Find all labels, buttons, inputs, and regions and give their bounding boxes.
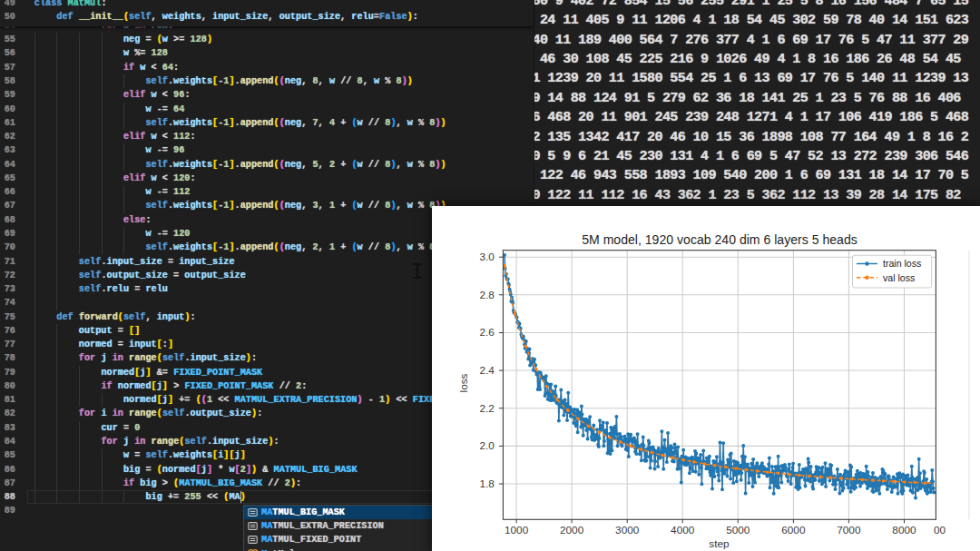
- svg-text:7000: 7000: [837, 524, 861, 536]
- svg-text:2.2: 2.2: [479, 402, 494, 414]
- svg-text:4000: 4000: [671, 524, 695, 536]
- svg-text:2.0: 2.0: [479, 439, 495, 451]
- svg-text:2000: 2000: [560, 524, 584, 536]
- svg-text:3.0: 3.0: [479, 251, 495, 262]
- svg-text:5M model, 1920 vocab 240 dim 6: 5M model, 1920 vocab 240 dim 6 layers 5 …: [582, 232, 858, 247]
- svg-text:5000: 5000: [726, 524, 750, 536]
- svg-text:1.8: 1.8: [479, 477, 495, 489]
- svg-text:2.4: 2.4: [479, 364, 495, 376]
- svg-text:2.8: 2.8: [479, 289, 495, 300]
- svg-text:6000: 6000: [781, 524, 806, 536]
- svg-text:1000: 1000: [505, 524, 529, 536]
- svg-text:train loss: train loss: [883, 258, 921, 269]
- svg-text:loss: loss: [457, 373, 469, 392]
- svg-text:00: 00: [934, 524, 946, 536]
- svg-text:3000: 3000: [615, 524, 640, 536]
- svg-text:2.6: 2.6: [479, 326, 495, 338]
- svg-text:val loss: val loss: [883, 272, 915, 283]
- svg-text:8000: 8000: [892, 524, 916, 536]
- svg-text:step: step: [709, 537, 730, 549]
